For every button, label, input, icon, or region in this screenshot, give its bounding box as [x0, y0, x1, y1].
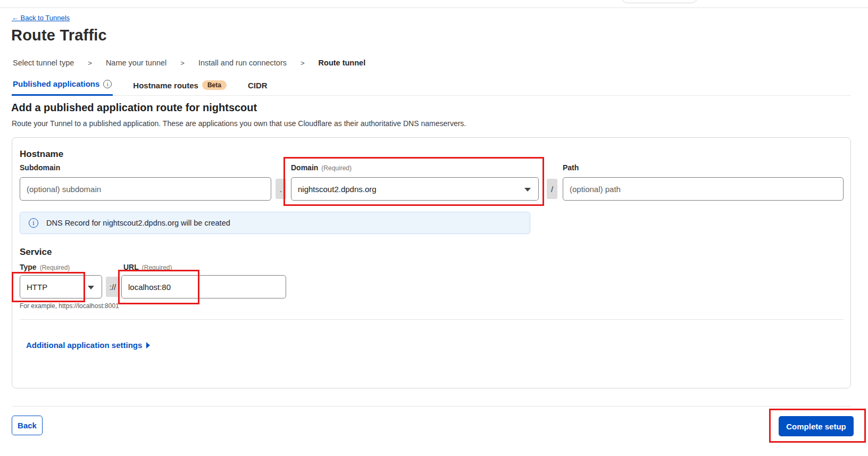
url-example-hint: For example, https://localhost:8001 — [20, 302, 119, 310]
breadcrumb: Select tunnel type > Name your tunnel > … — [13, 59, 365, 67]
header-divider — [0, 7, 868, 8]
section-heading: Add a published application route for ni… — [11, 102, 257, 114]
slash-separator: / — [547, 179, 557, 199]
domain-label: Domain(Required) — [291, 163, 352, 172]
chevron-down-icon — [524, 188, 531, 192]
dns-banner-text: DNS Record for nightscout2.dpdns.org wil… — [46, 219, 230, 227]
service-type-value: HTTP — [27, 283, 47, 292]
required-note: (Required) — [321, 164, 352, 172]
breadcrumb-item-name-your-tunnel[interactable]: Name your tunnel — [106, 59, 166, 67]
chevron-down-icon — [88, 286, 94, 289]
tab-label: CIDR — [248, 81, 268, 90]
additional-settings-label: Additional application settings — [26, 341, 142, 350]
tab-label: Published applications — [13, 79, 99, 88]
dns-info-banner: DNS Record for nightscout2.dpdns.org wil… — [20, 212, 530, 234]
complete-setup-button[interactable]: Complete setup — [779, 416, 854, 436]
route-traffic-page: ← Back to Tunnels Route Traffic Select t… — [0, 0, 868, 456]
subdomain-label: Subdomain — [20, 163, 60, 172]
back-button[interactable]: Back — [12, 416, 43, 435]
tab-published-applications[interactable]: Published applications — [12, 78, 113, 96]
page-title: Route Traffic — [11, 27, 107, 44]
card-divider — [20, 319, 844, 320]
breadcrumb-item-route-tunnel: Route tunnel — [319, 59, 366, 67]
chevron-right-icon — [146, 342, 150, 349]
info-icon[interactable] — [103, 80, 112, 88]
tab-hostname-routes[interactable]: Hostname routes Beta — [132, 79, 228, 96]
breadcrumb-separator: > — [180, 59, 185, 67]
path-input[interactable] — [563, 177, 844, 201]
footer-divider — [12, 406, 851, 407]
additional-settings-link[interactable]: Additional application settings — [26, 341, 150, 350]
breadcrumb-item-install-connectors[interactable]: Install and run connectors — [198, 59, 287, 67]
tab-cidr[interactable]: CIDR — [247, 80, 269, 96]
top-partial-search-box — [621, 0, 698, 3]
back-to-tunnels-link[interactable]: ← Back to Tunnels — [12, 14, 70, 22]
hostname-heading: Hostname — [20, 149, 63, 160]
scheme-separator: :// — [106, 277, 120, 297]
path-label: Path — [563, 163, 579, 172]
subdomain-input[interactable] — [20, 177, 271, 201]
breadcrumb-item-select-tunnel-type[interactable]: Select tunnel type — [13, 59, 74, 67]
url-label: URL(Required) — [123, 263, 172, 271]
breadcrumb-separator: > — [88, 59, 92, 67]
domain-select[interactable]: nightscout2.dpdns.org — [291, 177, 539, 201]
tab-label: Hostname routes — [133, 81, 198, 90]
type-label: Type(Required) — [20, 263, 70, 271]
service-type-select[interactable]: HTTP — [20, 275, 102, 299]
section-description: Route your Tunnel to a published applica… — [12, 119, 466, 128]
route-form-card: Hostname Subdomain . Domain(Required) ni… — [12, 137, 851, 388]
required-note: (Required) — [40, 264, 70, 271]
info-icon — [29, 218, 38, 228]
breadcrumb-separator: > — [301, 59, 305, 67]
domain-select-value: nightscout2.dpdns.org — [298, 185, 377, 194]
beta-badge: Beta — [202, 80, 227, 90]
tab-bar: Published applications Hostname routes B… — [12, 78, 851, 96]
service-url-input[interactable] — [121, 275, 286, 299]
required-note: (Required) — [142, 264, 172, 271]
service-heading: Service — [20, 247, 52, 258]
dot-separator: . — [276, 179, 286, 199]
